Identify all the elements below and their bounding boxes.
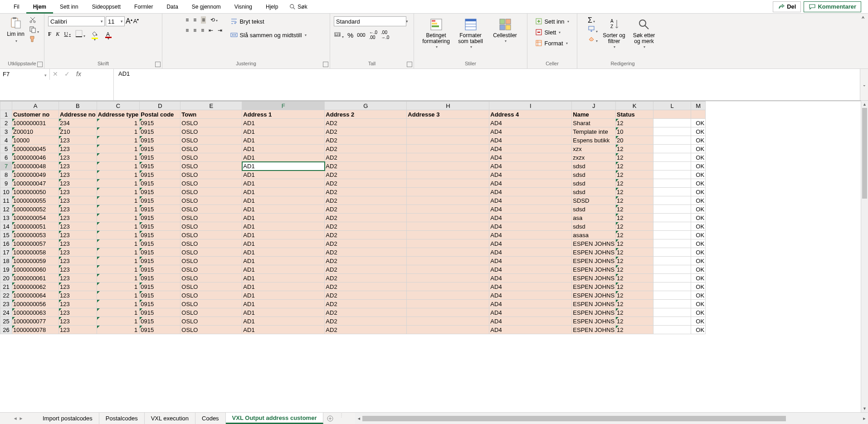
- row-header-4[interactable]: 4: [0, 136, 12, 145]
- cell[interactable]: [407, 231, 489, 239]
- cell[interactable]: 1000000048: [12, 162, 59, 171]
- cell[interactable]: 1000000050: [12, 188, 59, 196]
- cell[interactable]: OK: [691, 231, 706, 239]
- cell[interactable]: sdsd: [572, 171, 616, 179]
- header-cell[interactable]: Addresse 3: [407, 110, 489, 119]
- increase-font-button[interactable]: A▴: [126, 17, 132, 25]
- cell[interactable]: [653, 239, 691, 248]
- cell[interactable]: 1: [97, 291, 140, 300]
- number-format-select[interactable]: [334, 16, 406, 26]
- cell[interactable]: 1: [97, 274, 140, 283]
- cell[interactable]: AD4: [489, 257, 572, 265]
- cell[interactable]: OK: [691, 248, 706, 257]
- cell[interactable]: OK: [691, 308, 706, 317]
- cell[interactable]: AD4: [489, 222, 572, 231]
- cell[interactable]: OK: [691, 257, 706, 265]
- cell[interactable]: Z10: [59, 127, 97, 136]
- cell[interactable]: 1: [97, 300, 140, 308]
- row-header-12[interactable]: 12: [0, 205, 12, 214]
- cell[interactable]: OK: [691, 153, 706, 162]
- cell[interactable]: 123: [59, 136, 97, 145]
- cell[interactable]: OSLO: [180, 222, 242, 231]
- cell[interactable]: 123: [59, 222, 97, 231]
- cell[interactable]: 12: [616, 119, 653, 127]
- row-header-5[interactable]: 5: [0, 145, 12, 153]
- cell[interactable]: OSLO: [180, 239, 242, 248]
- orientation-button[interactable]: ⟲: [210, 17, 218, 23]
- accept-formula-button[interactable]: ✓: [64, 70, 70, 78]
- cell[interactable]: AD1: [242, 231, 325, 239]
- column-header-F[interactable]: F: [242, 102, 325, 110]
- cell[interactable]: AD4: [489, 283, 572, 291]
- cell[interactable]: 20: [616, 136, 653, 145]
- format-cells-button[interactable]: Format: [535, 38, 567, 48]
- cell[interactable]: AD2: [325, 239, 407, 248]
- cell[interactable]: OK: [691, 214, 706, 222]
- cell[interactable]: OK: [691, 222, 706, 231]
- cell[interactable]: 1: [97, 127, 140, 136]
- insert-cells-button[interactable]: Sett inn: [535, 16, 569, 26]
- increase-indent-button[interactable]: ⇥: [218, 27, 222, 34]
- cell[interactable]: 0915: [140, 308, 180, 317]
- cell[interactable]: OK: [691, 162, 706, 171]
- cell[interactable]: OSLO: [180, 162, 242, 171]
- cell[interactable]: 12: [616, 283, 653, 291]
- cell[interactable]: 1: [97, 119, 140, 127]
- row-header-13[interactable]: 13: [0, 214, 12, 222]
- cell[interactable]: AD4: [489, 119, 572, 127]
- cell[interactable]: 1: [97, 231, 140, 239]
- cell[interactable]: ESPEN JOHNS: [572, 265, 616, 274]
- cell[interactable]: sdsd: [572, 162, 616, 171]
- cell[interactable]: 1000000047: [12, 179, 59, 188]
- scroll-left-button[interactable]: ◄: [355, 415, 362, 422]
- cell[interactable]: AD2: [325, 162, 407, 171]
- cell[interactable]: [407, 145, 489, 153]
- cell[interactable]: 0915: [140, 188, 180, 196]
- cell[interactable]: 1000000059: [12, 257, 59, 265]
- cell[interactable]: 1000000054: [12, 214, 59, 222]
- cell[interactable]: [653, 127, 691, 136]
- cell[interactable]: 1000000077: [12, 317, 59, 326]
- cell[interactable]: OSLO: [180, 274, 242, 283]
- align-bottom-button[interactable]: ≡: [201, 16, 206, 24]
- cell[interactable]: AD1: [242, 283, 325, 291]
- cell[interactable]: AD2: [325, 188, 407, 196]
- cell[interactable]: 1: [97, 188, 140, 196]
- cell[interactable]: AD1: [242, 136, 325, 145]
- cell[interactable]: 0915: [140, 205, 180, 214]
- cell[interactable]: xzx: [572, 145, 616, 153]
- align-center-button[interactable]: ≡: [193, 27, 196, 34]
- cell[interactable]: [407, 248, 489, 257]
- cell[interactable]: OSLO: [180, 326, 242, 334]
- column-header-H[interactable]: H: [407, 102, 489, 110]
- cell[interactable]: 1000000078: [12, 326, 59, 334]
- formula-input[interactable]: AD1: [113, 69, 860, 100]
- header-cell[interactable]: Addresse no: [59, 110, 97, 119]
- cell[interactable]: AD1: [242, 127, 325, 136]
- cell[interactable]: AD2: [325, 317, 407, 326]
- cell[interactable]: 123: [59, 205, 97, 214]
- share-button[interactable]: Del: [773, 1, 801, 12]
- cell[interactable]: AD1: [242, 145, 325, 153]
- cell[interactable]: 1: [97, 283, 140, 291]
- menu-hjelp[interactable]: Hjelp: [259, 0, 285, 14]
- cell[interactable]: 1: [97, 196, 140, 205]
- fill-button[interactable]: [588, 25, 598, 34]
- cell[interactable]: 123: [59, 283, 97, 291]
- fill-color-button[interactable]: [90, 30, 99, 39]
- cell[interactable]: [653, 326, 691, 334]
- cell[interactable]: OK: [691, 196, 706, 205]
- cell[interactable]: 0915: [140, 265, 180, 274]
- row-header-10[interactable]: 10: [0, 188, 12, 196]
- cell[interactable]: 12: [616, 162, 653, 171]
- cell[interactable]: AD2: [325, 171, 407, 179]
- cell[interactable]: [407, 291, 489, 300]
- name-box[interactable]: F7: [0, 69, 50, 80]
- sort-filter-button[interactable]: AZ Sorter og filtrer: [600, 16, 628, 49]
- underline-button[interactable]: U: [64, 31, 71, 38]
- cell[interactable]: AD4: [489, 162, 572, 171]
- cell[interactable]: 123: [59, 274, 97, 283]
- autosum-button[interactable]: Σ: [588, 16, 595, 24]
- column-header-C[interactable]: C: [97, 102, 140, 110]
- cell[interactable]: AD1: [242, 239, 325, 248]
